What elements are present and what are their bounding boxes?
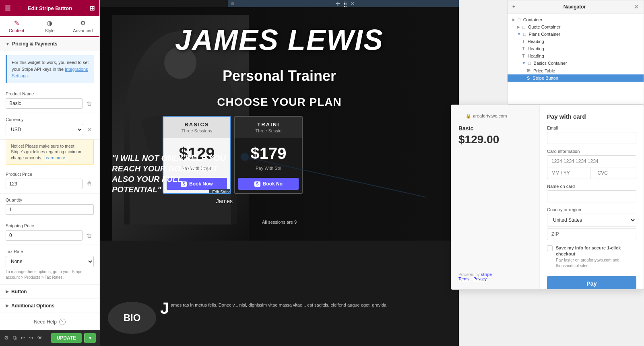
stripe-site-info: 🔒 areafortytwo.com bbox=[466, 113, 507, 119]
advanced-tab-icon: ⚙ bbox=[80, 19, 86, 27]
settings-icon[interactable]: ⚙ bbox=[4, 335, 9, 341]
product-name-delete-icon[interactable]: 🗑 bbox=[85, 99, 94, 107]
grid-icon[interactable]: ⊞ bbox=[89, 4, 95, 12]
product-price-clear-icon[interactable]: 🗑 bbox=[85, 180, 94, 188]
button-section-arrow: ▶ bbox=[6, 289, 9, 294]
notice-box: Notice! Please make sure to meet Stripe'… bbox=[6, 140, 94, 165]
plan-basics-header: BASICS Three Sessions bbox=[163, 117, 230, 138]
plan-training-header: TRAINI Three Sessio bbox=[235, 117, 302, 138]
navigator-close-icon[interactable]: ✕ bbox=[634, 4, 639, 10]
stripe-back-button[interactable]: ← bbox=[458, 113, 463, 119]
tax-rate-select[interactable]: None bbox=[6, 256, 94, 267]
nav-basics-icon: □ bbox=[528, 61, 531, 66]
nav-heading-2-icon: T bbox=[522, 46, 525, 51]
canvas-toolbar: ✛ ⣿ ✕ bbox=[336, 1, 355, 7]
plan-training-stripe-s: S bbox=[254, 181, 260, 187]
nav-item-plans-container[interactable]: ▼ □ Plans Container bbox=[508, 31, 644, 38]
need-help-label: Need Help bbox=[34, 319, 57, 325]
stripe-cvc-input[interactable] bbox=[594, 167, 637, 179]
plan-training-book-btn[interactable]: S Book No bbox=[238, 178, 299, 190]
frame-dot-1 bbox=[231, 2, 234, 5]
stripe-country-label: Country or region bbox=[547, 207, 636, 212]
stripe-card-number-input[interactable] bbox=[547, 155, 636, 167]
currency-clear-icon[interactable]: ✕ bbox=[86, 126, 94, 134]
stripe-email-field: Email bbox=[547, 126, 636, 144]
stripe-save-info-text: Save my info for secure 1-click checkout… bbox=[556, 245, 636, 269]
nav-item-price-table[interactable]: ⊞ Price Table bbox=[508, 67, 644, 74]
nav-item-heading-3[interactable]: T Heading bbox=[508, 52, 644, 60]
tab-style[interactable]: ◑ Style bbox=[33, 16, 66, 36]
product-price-input[interactable] bbox=[6, 179, 83, 189]
stripe-email-input[interactable] bbox=[547, 132, 636, 144]
drag-icon[interactable]: ⣿ bbox=[343, 1, 347, 7]
quantity-field: Quantity bbox=[0, 194, 99, 219]
button-section-header[interactable]: ▶ Button bbox=[0, 285, 99, 299]
tab-advanced[interactable]: ⚙ Advanced bbox=[66, 16, 99, 36]
tab-content[interactable]: ✎ Content bbox=[0, 16, 33, 37]
update-button[interactable]: UPDATE bbox=[51, 333, 82, 343]
shipping-price-field: Shipping Price 🗑 bbox=[0, 219, 99, 245]
pricing-section-header[interactable]: ▼ Pricing & Payments bbox=[0, 37, 99, 51]
undo-icon[interactable]: ↩ bbox=[21, 335, 25, 341]
left-panel: ☰ Edit Stripe Button ⊞ ✎ Content ◑ Style… bbox=[0, 0, 100, 346]
update-arrow-button[interactable]: ▼ bbox=[84, 333, 96, 343]
learn-more-link[interactable]: Learn more. bbox=[43, 155, 66, 160]
nav-item-container[interactable]: ▶ □ Container bbox=[508, 16, 644, 23]
all-sessions-text: All sessions are 9 bbox=[262, 220, 297, 224]
frame-dots bbox=[231, 2, 234, 5]
tax-rate-note: To manage these options, go to your Stri… bbox=[6, 269, 94, 280]
stripe-pay-button[interactable]: Pay bbox=[547, 276, 636, 289]
eye-icon[interactable]: 👁 bbox=[37, 335, 43, 341]
nav-price-table-icon: ⊞ bbox=[527, 68, 530, 73]
nav-item-basics-container[interactable]: ▼ □ Basics Container bbox=[508, 60, 644, 67]
panel-header: ☰ Edit Stripe Button ⊞ bbox=[0, 0, 99, 16]
product-name-input[interactable] bbox=[6, 98, 83, 109]
info-box: For this widget to work, you need to set… bbox=[6, 55, 94, 83]
choose-plan-text: Choose your plan bbox=[100, 96, 459, 109]
stripe-zip-input[interactable] bbox=[547, 228, 636, 240]
additional-options-header[interactable]: ▶ Additional Options bbox=[0, 299, 99, 313]
stripe-expiry-input[interactable] bbox=[547, 167, 590, 179]
button-section: ▶ Button bbox=[0, 285, 99, 299]
stripe-site-url: areafortytwo.com bbox=[473, 113, 507, 118]
layers-icon[interactable]: ⧉ bbox=[13, 335, 17, 341]
nav-heading-3-icon: T bbox=[522, 54, 525, 58]
pricing-section-arrow: ▼ bbox=[6, 42, 10, 46]
stripe-save-info-checkbox[interactable] bbox=[547, 245, 553, 251]
quantity-input[interactable] bbox=[6, 204, 94, 215]
stripe-terms-link[interactable]: Terms bbox=[458, 277, 469, 281]
nav-item-heading-1[interactable]: T Heading bbox=[508, 38, 644, 45]
stripe-country-select[interactable]: United States bbox=[547, 214, 636, 227]
hamburger-icon[interactable]: ☰ bbox=[5, 4, 10, 12]
shipping-price-input[interactable] bbox=[6, 230, 83, 241]
currency-select[interactable]: USD bbox=[6, 124, 83, 135]
plan-training-name: TRAINI bbox=[239, 122, 298, 128]
stripe-privacy-link[interactable]: Privacy bbox=[473, 277, 487, 281]
nav-heading-1-icon: T bbox=[522, 39, 525, 44]
canvas-close-icon[interactable]: ✕ bbox=[351, 1, 355, 6]
stripe-left-header: ← 🔒 areafortytwo.com bbox=[458, 113, 532, 119]
nav-add-icon[interactable]: + bbox=[512, 4, 515, 10]
quantity-label: Quantity bbox=[6, 198, 94, 202]
nav-item-stripe-button[interactable]: S Stripe Button bbox=[508, 74, 644, 82]
redo-icon[interactable]: ↪ bbox=[29, 335, 33, 341]
panel-content: ▼ Pricing & Payments For this widget to … bbox=[0, 37, 99, 346]
move-icon[interactable]: ✛ bbox=[336, 1, 340, 7]
nav-price-table-label: Price Table bbox=[533, 68, 555, 73]
nav-item-heading-2[interactable]: T Heading bbox=[508, 45, 644, 52]
currency-field: Currency USD ✕ bbox=[0, 113, 99, 140]
stripe-powered-area: Powered by stripe Terms Privacy bbox=[458, 272, 532, 281]
need-help-button[interactable]: Need Help ? bbox=[0, 313, 99, 331]
additional-options-arrow: ▶ bbox=[6, 303, 9, 308]
panel-title: Edit Stripe Button bbox=[28, 5, 72, 11]
style-tab-icon: ◑ bbox=[47, 19, 52, 27]
stripe-name-input[interactable] bbox=[547, 190, 636, 202]
tax-rate-field: Tax Rate None To manage these options, g… bbox=[0, 245, 99, 285]
stripe-popup-inner: ← 🔒 areafortytwo.com Basic $129.00 Power… bbox=[451, 105, 644, 289]
nav-basics-label: Basics Container bbox=[534, 61, 567, 66]
nav-item-quote-container[interactable]: ▶ □ Quote Container bbox=[508, 23, 644, 31]
additional-options-section: ▶ Additional Options bbox=[0, 299, 99, 313]
shipping-price-clear-icon[interactable]: 🗑 bbox=[85, 231, 94, 239]
nav-stripe-icon: S bbox=[527, 76, 530, 80]
pricing-section-label: Pricing & Payments bbox=[12, 41, 58, 47]
